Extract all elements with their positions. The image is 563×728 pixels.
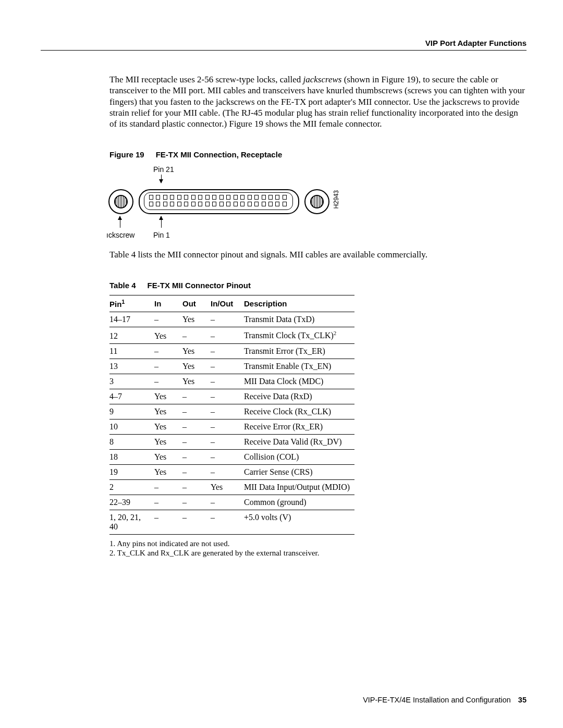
paragraph-2: Table 4 lists the MII connector pinout a…	[109, 250, 527, 260]
cell-desc: Common (ground)	[244, 495, 354, 510]
cell-inout: –	[211, 374, 244, 389]
table-row: 9Yes––Receive Clock (Rx_CLK)	[109, 404, 354, 419]
cell-pin: 11	[109, 343, 154, 359]
cell-desc: MII Data Clock (MDC)	[244, 374, 354, 389]
cell-inout: –	[211, 327, 244, 343]
figure-title: FE-TX MII Connection, Receptacle	[156, 150, 283, 159]
cell-desc: Transmit Enable (Tx_EN)	[244, 359, 354, 374]
th-pin-text: Pin	[109, 300, 121, 309]
cell-desc: Transmit Clock (Tx_CLK)2	[244, 327, 354, 343]
figure-19-drawing: Pin 21 ıckscrew Pin 1 H2943	[106, 164, 398, 242]
th-out: Out	[182, 295, 211, 312]
table-row: 12Yes––Transmit Clock (Tx_CLK)2	[109, 327, 354, 343]
cell-in: –	[154, 479, 182, 495]
cell-pin: 14–17	[109, 312, 154, 327]
cell-pin: 8	[109, 434, 154, 449]
table-header-row: Pin1 In Out In/Out Description	[109, 295, 354, 312]
cell-out: –	[182, 495, 211, 510]
cell-in: Yes	[154, 327, 182, 343]
cell-desc: MII Data Input/Output (MDIO)	[244, 479, 354, 495]
table-row: 10Yes––Receive Error (Rx_ER)	[109, 419, 354, 434]
paragraph-1: The MII receptacle uses 2-56 screw-type …	[109, 74, 527, 129]
header-rule	[41, 50, 527, 51]
table-row: 2––YesMII Data Input/Output (MDIO)	[109, 479, 354, 495]
th-pin: Pin1	[109, 295, 154, 312]
jackscrew-right-icon	[304, 189, 329, 214]
table-row: 3–Yes–MII Data Clock (MDC)	[109, 374, 354, 389]
cell-pin: 3	[109, 374, 154, 389]
body-text: The MII receptacle uses 2-56 screw-type …	[109, 74, 527, 129]
page: VIP Port Adapter Functions The MII recep…	[0, 0, 563, 728]
figure-caption: Figure 19FE-TX MII Connection, Receptacl…	[109, 150, 527, 159]
cell-pin: 4–7	[109, 389, 154, 404]
cell-desc-sup: 2	[334, 330, 337, 336]
cell-out: –	[182, 464, 211, 479]
footnote-2: 2. Tx_CLK and Rx_CLK are generated by th…	[109, 548, 527, 558]
cell-pin: 19	[109, 464, 154, 479]
jackscrew-left-icon	[108, 189, 133, 214]
cell-out: –	[182, 434, 211, 449]
th-pin-sup: 1	[121, 299, 125, 305]
pin1-label: Pin 1	[153, 231, 170, 239]
table-label: Table 4	[109, 281, 136, 290]
cell-out: –	[182, 510, 211, 534]
cell-inout: –	[211, 359, 244, 374]
running-header: VIP Port Adapter Functions	[425, 39, 527, 47]
table-row: 18Yes––Collision (COL)	[109, 449, 354, 464]
cell-pin: 10	[109, 419, 154, 434]
cell-out: –	[182, 449, 211, 464]
cell-out: –	[182, 479, 211, 495]
footnote-1: 1. Any pins not indicated are not used.	[109, 539, 527, 548]
cell-in: Yes	[154, 389, 182, 404]
pin21-label: Pin 21	[153, 165, 174, 174]
cell-desc: Receive Data (RxD)	[244, 389, 354, 404]
cell-pin: 9	[109, 404, 154, 419]
cell-inout: –	[211, 464, 244, 479]
pin-row-top-icon	[149, 195, 287, 200]
cell-desc: Receive Data Valid (Rx_DV)	[244, 434, 354, 449]
cell-pin: 18	[109, 449, 154, 464]
cell-pin: 1, 20, 21, 40	[109, 510, 154, 534]
para1-a: The MII receptacle uses 2-56 screw-type …	[109, 75, 303, 84]
jackscrew-label: ıckscrew	[106, 231, 134, 239]
cell-out: Yes	[182, 374, 211, 389]
cell-in: –	[154, 510, 182, 534]
cell-in: Yes	[154, 404, 182, 419]
table-row: 14–17–Yes–Transmit Data (TxD)	[109, 312, 354, 327]
cell-out: –	[182, 419, 211, 434]
cell-inout: –	[211, 510, 244, 534]
cell-out: –	[182, 389, 211, 404]
cell-inout: –	[211, 343, 244, 359]
table-title: FE-TX MII Connector Pinout	[148, 281, 251, 290]
footer-page-number: 35	[518, 696, 527, 704]
cell-pin: 2	[109, 479, 154, 495]
figure-label: Figure 19	[109, 150, 144, 159]
cell-out: Yes	[182, 359, 211, 374]
pin-row-bottom-icon	[149, 202, 287, 206]
cell-out: –	[182, 404, 211, 419]
cell-in: –	[154, 343, 182, 359]
th-in: In	[154, 295, 182, 312]
pinout-table: Pin1 In Out In/Out Description 14–17–Yes…	[109, 295, 354, 534]
cell-desc: Transmit Error (Tx_ER)	[244, 343, 354, 359]
cell-inout: –	[211, 449, 244, 464]
cell-inout: –	[211, 434, 244, 449]
cell-inout: –	[211, 495, 244, 510]
cell-inout: –	[211, 419, 244, 434]
cell-desc: Carrier Sense (CRS)	[244, 464, 354, 479]
cell-desc: Receive Error (Rx_ER)	[244, 419, 354, 434]
table-footnotes: 1. Any pins not indicated are not used. …	[109, 539, 527, 558]
cell-desc: Collision (COL)	[244, 449, 354, 464]
table-row: 8Yes––Receive Data Valid (Rx_DV)	[109, 434, 354, 449]
jackscrews-word: jackscrews	[303, 75, 341, 84]
table-row: 4–7Yes––Receive Data (RxD)	[109, 389, 354, 404]
cell-in: –	[154, 359, 182, 374]
table-body: 14–17–Yes–Transmit Data (TxD)12Yes––Tran…	[109, 312, 354, 534]
cell-pin: 22–39	[109, 495, 154, 510]
cell-in: –	[154, 374, 182, 389]
th-desc: Description	[244, 295, 354, 312]
cell-in: Yes	[154, 419, 182, 434]
jackscrew-arrow-icon	[120, 216, 120, 228]
cell-pin: 12	[109, 327, 154, 343]
cell-in: –	[154, 312, 182, 327]
